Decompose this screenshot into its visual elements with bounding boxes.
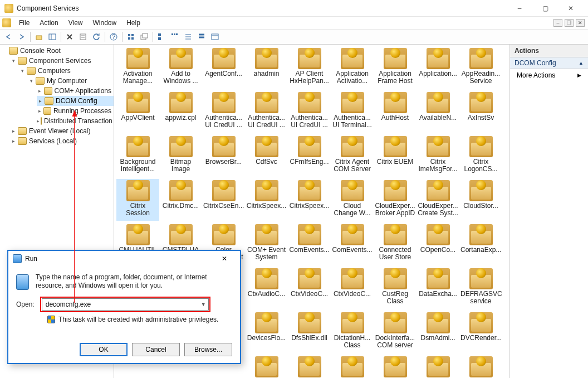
list-item[interactable]: CtxVideoC... [288,267,331,309]
list-item[interactable]: CtxAudioC... [245,267,288,309]
actions-context-row[interactable]: DCOM Config ▲ [510,57,588,69]
list-item[interactable]: DictationH... Class [331,311,374,353]
view-large-icons-button[interactable] [125,31,137,43]
list-item[interactable]: Authentica... UI Terminal... [331,91,374,133]
list-item[interactable]: CortanaExp... [459,223,502,265]
tree-node-distributed-txn[interactable]: ▸ Distributed Transaction Coordinator [37,116,114,126]
list-item[interactable]: ahadmin [245,47,288,89]
list-item[interactable]: CdfSvc [245,135,288,177]
action-more-actions[interactable]: More Actions ▶ [510,69,588,81]
list-item[interactable]: COM+ Event System [245,223,288,265]
list-item[interactable]: Citrix.Dmc... [159,179,202,221]
list-item[interactable]: Activation Manage... [116,47,159,89]
tree-node-services-local[interactable]: ▸ Services (Local) [10,136,114,146]
list-item[interactable]: Bitmap Image [159,135,202,177]
list-item[interactable]: EmailClient Class [374,355,416,378]
list-item[interactable]: Citrix Session Recording ... [116,179,159,221]
nav-back-button[interactable] [2,31,14,43]
list-item[interactable]: DEFRAGSVC service [459,267,502,309]
list-item[interactable]: CtxVideoC... [331,267,374,309]
menu-help[interactable]: Help [122,18,145,28]
list-item[interactable]: CFmIfsEng... [288,135,331,177]
list-item[interactable]: AxInstSv [459,91,502,133]
list-item[interactable]: BrowserBr... [202,135,245,177]
view-mode-3-button[interactable] [182,31,194,43]
view-mode-1-button[interactable] [155,31,168,43]
list-item[interactable]: AP Client HxHelpPan... [288,47,331,89]
list-item[interactable]: DevicesFlo... [245,311,288,353]
view-mode-5-button[interactable] [209,31,221,43]
list-item[interactable]: Authentica... UI CredUI ... [245,91,288,133]
tree-node-com-plus[interactable]: ▸ COM+ Applications [37,86,114,96]
list-item[interactable]: EditionUpg... [245,355,288,378]
new-window-button[interactable] [138,31,150,43]
list-item[interactable]: CloudStor... [459,179,502,221]
run-close-button[interactable]: ✕ [213,251,236,266]
run-browse-button[interactable]: Browse... [184,343,232,356]
tree-node-event-viewer[interactable]: ▸ Event Viewer (Local) [10,126,114,136]
help-button[interactable]: ? [107,31,120,43]
list-item[interactable]: Add to Windows ... [159,47,202,89]
tree-node-component-services[interactable]: ▾ Component Services [10,56,114,66]
list-item[interactable]: Authentica... UI CredUI ... [288,91,331,133]
list-item[interactable]: DVCRender... [459,311,502,353]
list-item[interactable]: EnhancedS... [416,355,459,378]
list-item[interactable]: DockInterfa... COM server [374,311,416,353]
run-cancel-button[interactable]: Cancel [132,343,180,356]
list-item[interactable]: CloudExper... Create Syst... [416,179,459,221]
view-mode-4-button[interactable] [195,31,208,43]
run-open-input[interactable] [45,300,199,309]
list-item[interactable]: Application Frame Host [374,47,416,89]
list-item[interactable]: ComEvents... [288,223,331,265]
run-ok-button[interactable]: OK [80,343,128,356]
list-item[interactable]: Elevated System S... [288,355,331,378]
list-item[interactable]: Citrix EUEM [374,135,416,177]
view-mode-2-button[interactable] [169,31,181,43]
list-item[interactable]: Background Intelligent... [116,135,159,177]
tree-node-my-computer[interactable]: ▾ My Computer [28,76,114,86]
list-item[interactable]: AppReadin... Service [459,47,502,89]
list-item[interactable]: AvailableN... [416,91,459,133]
list-item[interactable]: Citrix Agent COM Server [331,135,374,177]
list-item[interactable]: Elevated-U... Explorer Fa... [331,355,374,378]
list-item[interactable]: AuthHost [374,91,416,133]
list-item[interactable]: EntAppSvc [459,355,502,378]
tree-node-console-root[interactable]: Console Root [1,46,114,56]
delete-button[interactable] [63,31,76,43]
nav-forward-button[interactable] [16,31,28,43]
list-item[interactable]: DataExcha... [416,267,459,309]
properties-button[interactable] [77,31,89,43]
list-item[interactable]: ComEvents... [331,223,374,265]
list-item[interactable]: Authentica... UI CredUI ... [202,91,245,133]
list-item[interactable]: DfsShlEx.dll [288,311,331,353]
minimize-button[interactable]: – [507,0,532,17]
mdi-close-button[interactable]: ✕ [576,19,585,27]
mdi-minimize-button[interactable]: – [553,19,562,27]
list-item[interactable]: DsmAdmi... [416,311,459,353]
refresh-button[interactable] [90,31,102,43]
list-item[interactable]: AgentConf... [202,47,245,89]
list-item[interactable]: CitrixSpeex... [288,179,331,221]
tree-node-running-processes[interactable]: ▸ Running Processes [37,106,114,116]
list-item[interactable]: appwiz.cpl [159,91,202,133]
tree-node-computers[interactable]: ▾ Computers [19,66,114,76]
list-item[interactable]: Cloud Change W... [331,179,374,221]
tree-node-dcom-config[interactable]: ▸ DCOM Config [37,96,114,106]
close-button[interactable]: ✕ [558,0,584,17]
list-item[interactable]: Application... [416,47,459,89]
list-item[interactable]: COpenCo... [416,223,459,265]
mdi-restore-button[interactable]: ❐ [565,19,574,27]
list-item[interactable]: Application Activatio... [331,47,374,89]
list-item[interactable]: Citrix LogonCS... [459,135,502,177]
menu-action[interactable]: Action [35,18,62,28]
list-item[interactable]: CitrixCseEn... [202,179,245,221]
up-folder-button[interactable] [33,31,45,43]
menu-view[interactable]: View [64,18,87,28]
list-item[interactable]: Connected User Store [374,223,416,265]
menu-file[interactable]: File [14,18,34,28]
menu-window[interactable]: Window [89,18,121,28]
list-item[interactable]: CitrixSpeex... [245,179,288,221]
list-item[interactable]: AppVClient [116,91,159,133]
show-hide-tree-button[interactable] [46,31,58,43]
maximize-button[interactable]: ▢ [532,0,558,17]
